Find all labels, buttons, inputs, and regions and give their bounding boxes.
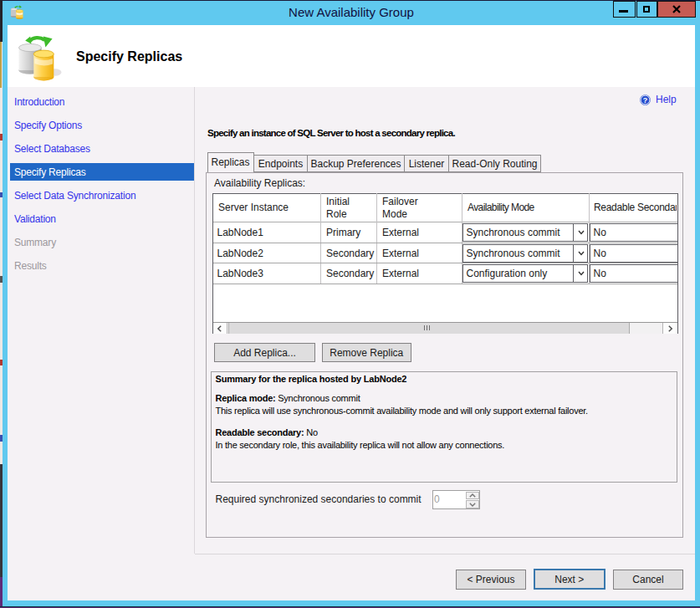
- svg-text:?: ?: [643, 95, 648, 104]
